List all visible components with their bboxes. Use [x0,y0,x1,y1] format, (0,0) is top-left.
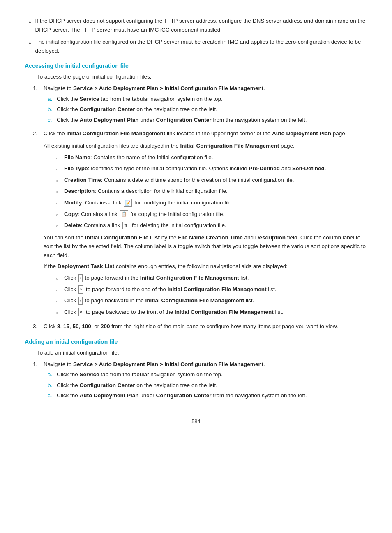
s2-step1-substeps: a. Click the Service tab from the tabula… [48,370,367,400]
nav-bullet-2: ○ [56,287,61,294]
nav-bullet-3: ○ [56,298,61,305]
step3-content: Click 8, 15, 50, 100, or 200 from the ri… [44,322,367,331]
nav-items-list: ○ Click › to page forward in the Initial… [56,273,367,316]
step1-substeps: a. Click the Service tab from the tabula… [48,95,367,125]
circle-creation: ○ Creation Time: Contains a date and tim… [56,176,367,185]
circle-delete: ○ Delete: Contains a link 🗑 for deleting… [56,221,367,230]
circle-description: ○ Description: Contains a description fo… [56,187,367,196]
s2-step1a: a. Click the Service tab from the tabula… [48,370,367,379]
step3-text: Click 8, 15, 50, 100, or 200 from the ri… [44,323,338,329]
circle-content-6: Copy: Contains a link 📋 for copying the … [64,210,367,219]
circle-bullet-6: ○ [56,212,61,219]
s2-step1-text: Navigate to Service > Auto Deployment Pl… [44,361,265,367]
section1-intro: To access the page of initial configurat… [37,72,367,81]
step2-circle-list: ○ File Name: Contains the name of the in… [56,153,367,230]
nav-bullet-4: ○ [56,310,61,317]
nav-icon-1: › [78,274,83,283]
circle-bullet-2: ○ [56,166,61,173]
s2-step1b-content: Click the Configuration Center on the na… [57,381,367,390]
step1a: a. Click the Service tab from the tabula… [48,95,367,104]
nav-content-4: Click « to page backward to the front of… [64,308,367,317]
s2-step1b-letter: b. [48,381,54,390]
circle-filetype: ○ File Type: Identifies the type of the … [56,164,367,173]
circle-content-2: File Type: Identifies the type of the in… [64,164,367,173]
bullet-content-1: If the DHCP server does not support conf… [35,16,367,34]
step2-num: 2. [33,129,40,319]
step1c: c. Click the Auto Deployment Plan under … [48,116,367,125]
bullet-content-2: The initial configuration file configure… [35,37,367,55]
circle-bullet-1: ○ [56,155,61,162]
circle-filename: ○ File Name: Contains the name of the in… [56,153,367,162]
section2-heading: Adding an initial configuration file [25,338,367,345]
section2-intro: To add an initial configuration file: [37,348,367,357]
circle-modify: ○ Modify: Contains a link 📝 for modifyin… [56,198,367,207]
circle-bullet-7: ○ [56,223,61,230]
step1c-letter: c. [48,116,54,125]
circle-content-4: Description: Contains a description for … [64,187,367,196]
page-number: 584 [25,418,367,424]
step1-content: Navigate to Service > Auto Deployment Pl… [44,84,367,126]
s2-step1-num: 1. [33,360,40,402]
s2-step1-content: Navigate to Service > Auto Deployment Pl… [44,360,367,402]
step2-sort-text: You can sort the Initial Configuration F… [44,233,367,260]
step2-nav-text: If the Deployment Task List contains eno… [44,262,367,271]
delete-icon: 🗑 [122,222,129,230]
section1-step1: 1. Navigate to Service > Auto Deployment… [33,84,367,126]
bullet-dot-1: • [29,17,31,34]
step1-bold: Service > Auto Deployment Plan > Initial… [73,85,263,91]
s2-step1c-letter: c. [48,391,54,400]
nav-item-1: ○ Click › to page forward in the Initial… [56,273,367,283]
step2-text: Click the Initial Configuration File Man… [44,130,347,137]
nav-bullet-1: ○ [56,276,61,283]
step1-num: 1. [33,84,40,126]
circle-bullet-4: ○ [56,189,61,196]
circle-content-1: File Name: Contains the name of the init… [64,153,367,162]
circle-content-7: Delete: Contains a link 🗑 for deleting t… [64,221,367,230]
step1a-content: Click the Service tab from the tabular n… [57,95,367,104]
nav-item-3: ○ Click ‹ to page backward in the Initia… [56,296,367,305]
s2-step1c: c. Click the Auto Deployment Plan under … [48,391,367,400]
step1b-letter: b. [48,105,54,114]
bullet-dot-2: • [29,38,31,55]
top-bullet-list: • If the DHCP server does not support co… [29,16,367,55]
step2-extra: All existing initial configuration files… [44,141,367,151]
section2-steps: 1. Navigate to Service > Auto Deployment… [33,360,367,402]
step1b-content: Click the Configuration Center on the na… [57,105,367,114]
step3-num: 3. [33,322,40,331]
s2-step1a-letter: a. [48,370,54,379]
step1-text: Navigate to Service > Auto Deployment Pl… [44,85,265,91]
nav-content-2: Click » to page forward to the end of th… [64,285,367,294]
section1-step2: 2. Click the Initial Configuration File … [33,129,367,319]
nav-icon-4: « [78,308,83,316]
step1b: b. Click the Configuration Center on the… [48,105,367,114]
nav-item-4: ○ Click « to page backward to the front … [56,308,367,317]
circle-bullet-5: ○ [56,200,61,207]
nav-item-2: ○ Click » to page forward to the end of … [56,285,367,294]
bullet-item-1: • If the DHCP server does not support co… [29,16,367,34]
step1a-letter: a. [48,95,54,104]
bullet-item-2: • The initial configuration file configu… [29,37,367,55]
s2-step1b: b. Click the Configuration Center on the… [48,381,367,390]
copy-icon: 📋 [120,210,128,218]
nav-icon-3: ‹ [78,297,83,305]
section2-step1: 1. Navigate to Service > Auto Deployment… [33,360,367,402]
modify-icon: 📝 [124,199,132,207]
s2-step1c-content: Click the Auto Deployment Plan under Con… [57,391,367,400]
circle-content-5: Modify: Contains a link 📝 for modifying … [64,198,367,207]
section1-heading: Accessing the initial configuration file [25,63,367,69]
nav-icon-2: » [78,285,83,294]
section1-steps: 1. Navigate to Service > Auto Deployment… [33,84,367,331]
s2-step1a-content: Click the Service tab from the tabular n… [57,370,367,379]
circle-content-3: Creation Time: Contains a date and time … [64,176,367,185]
circle-copy: ○ Copy: Contains a link 📋 for copying th… [56,210,367,219]
section1-step3: 3. Click 8, 15, 50, 100, or 200 from the… [33,322,367,331]
nav-content-1: Click › to page forward in the Initial C… [64,273,367,283]
nav-content-3: Click ‹ to page backward in the Initial … [64,296,367,305]
circle-bullet-3: ○ [56,178,61,185]
step2-content: Click the Initial Configuration File Man… [44,129,367,319]
step1c-content: Click the Auto Deployment Plan under Con… [57,116,367,125]
